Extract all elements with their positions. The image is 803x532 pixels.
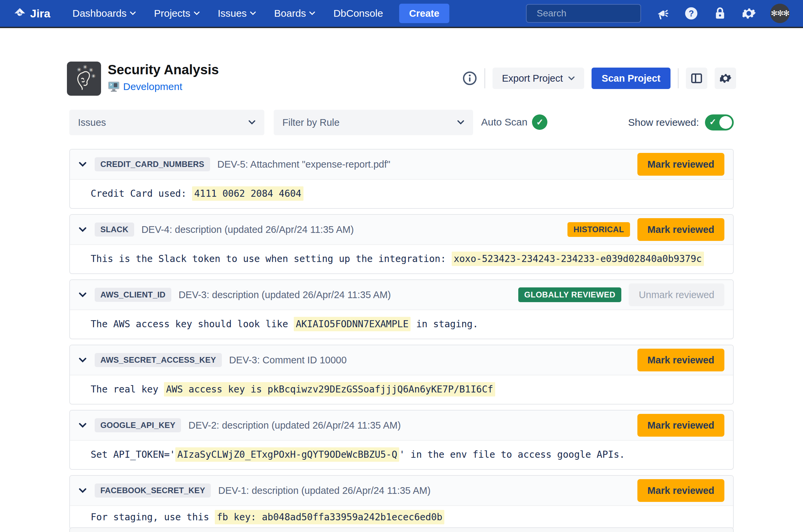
scan-project-button[interactable]: Scan Project [592,68,670,89]
mark-reviewed-button[interactable]: Mark reviewed [637,153,724,176]
toggle-check-glyph: ✓ [709,117,716,127]
nav-item-label: Issues [218,8,247,19]
collapse-chevron-icon[interactable] [79,227,87,232]
title-block: Security Analysis Development [108,61,219,92]
divider [484,68,485,88]
finding-body: The AWS access key should look like AKIA… [70,310,733,339]
header-actions: Export Project Scan Project [462,68,736,89]
jira-mark-icon [13,7,27,20]
mark-reviewed-button[interactable]: Mark reviewed [637,218,724,241]
finding-body: Credit Card used: 4111 0062 2084 4604 [70,180,733,208]
finding-header[interactable]: AWS_CLIENT_ID DEV-3: description (update… [70,280,733,310]
info-icon [462,71,477,86]
nav-item-dashboards[interactable]: Dashboards [73,8,136,19]
project-link[interactable]: Development [123,81,183,92]
mark-reviewed-button[interactable]: Mark reviewed [637,479,724,502]
svg-text:?: ? [689,9,694,18]
global-search[interactable] [526,4,641,23]
chevron-down-icon [130,12,136,15]
rule-tag: GOOGLE_API_KEY [95,418,181,432]
svg-text:✳: ✳ [91,73,96,79]
finding-card: SLACK DEV-4: description (updated 26/Apr… [69,214,734,274]
rule-tag: SLACK [95,223,134,236]
page-title: Security Analysis [108,61,219,78]
filter-row: Issues Filter by Rule Auto Scan ✓ Show r… [69,110,734,135]
secret-highlight: AIzaSyCLWjZ0_ETxgPOxH-gQYT9ODeWcBBZU5-Q [175,448,399,462]
finding-card: AWS_CLIENT_ID DEV-3: description (update… [69,279,734,339]
finding-header[interactable]: CREDIT_CARD_NUMBERS DEV-5: Attachment "e… [70,150,733,180]
finding-header[interactable]: FACEBOOK_SECRET_KEY DEV-1: description (… [70,476,733,506]
mark-reviewed-button[interactable]: Mark reviewed [637,414,724,437]
nav-item-label: Projects [154,8,190,19]
unmark-reviewed-button[interactable]: Unmark reviewed [629,283,724,306]
finding-title: DEV-4: description (updated 26/Apr/24 11… [141,224,354,235]
rule-select-placeholder: Filter by Rule [282,117,340,128]
page-header: ✳ ✳ ✳ ✳ Security Analysis Development [67,61,736,99]
finding-title: DEV-2: description (updated 26/Apr/24 11… [188,420,401,431]
avatar-pattern: ✻✼✻ [771,9,789,18]
page: Jira Dashboards Projects Issues Boards D… [0,0,803,532]
svg-text:✳: ✳ [89,67,93,73]
toggle-knob [719,116,732,129]
nav-item-label: Boards [274,8,306,19]
finding-card: AWS_SECRET_ACCESS_KEY DEV-3: Comment ID … [69,345,734,404]
settings-icon[interactable] [742,6,756,21]
nav-item-issues[interactable]: Issues [218,8,256,19]
chevron-down-icon [457,120,464,125]
jira-logo[interactable]: Jira [13,7,51,20]
layout-panel-button[interactable] [686,68,707,89]
lock-icon[interactable] [713,6,727,21]
gear-icon [719,72,732,84]
finding-header[interactable]: GOOGLE_API_KEY DEV-2: description (updat… [70,411,733,441]
info-button[interactable] [462,71,477,86]
divider [678,68,678,88]
nav-item-projects[interactable]: Projects [154,8,199,19]
finding-header[interactable]: AWS_SECRET_ACCESS_KEY DEV-3: Comment ID … [70,345,733,375]
body-text-pre: This is the Slack token to use when sett… [91,253,452,264]
show-reviewed-toggle[interactable]: ✓ [705,114,734,131]
issues-select[interactable]: Issues [69,110,264,135]
secret-highlight: fb key: ab048ad50ffa33959a242b1ecec6ed0b [215,510,444,524]
export-project-button[interactable]: Export Project [493,68,584,89]
filter-by-rule-select[interactable]: Filter by Rule [274,110,473,135]
collapse-chevron-icon[interactable] [79,292,87,298]
secret-highlight: 4111 0062 2084 4604 [192,186,303,201]
nav-item-dbconsole[interactable]: DbConsole [333,8,383,19]
secret-highlight: AKIAIO5FODNN7EXAMPLE [294,317,410,331]
search-input[interactable] [537,8,657,19]
body-text-pre: The real key [91,384,164,395]
show-reviewed-label: Show reviewed: [628,117,699,128]
project-avatar: ✳ ✳ ✳ ✳ [67,61,101,96]
create-button[interactable]: Create [399,4,450,23]
mark-reviewed-button[interactable]: Mark reviewed [637,349,724,372]
collapse-chevron-icon[interactable] [79,423,87,428]
finding-header[interactable]: SLACK DEV-4: description (updated 26/Apr… [70,215,733,245]
secret-highlight: AWS access key is pkBcqiwzv29DEzGSSoafjj… [164,382,495,397]
export-project-label: Export Project [502,73,563,84]
rule-tag: AWS_SECRET_ACCESS_KEY [95,353,222,367]
collapse-chevron-icon[interactable] [79,162,87,167]
body-text-pre: The AWS access key should look like [91,319,294,329]
nav-right-cluster: ? ✻✼✻ [526,4,790,23]
page-settings-button[interactable] [715,68,736,89]
next-card-partial [69,527,734,532]
rule-tag: CREDIT_CARD_NUMBERS [95,157,210,171]
body-text-post: in staging. [410,319,478,329]
collapse-chevron-icon[interactable] [79,488,87,493]
monitor-emoji-icon [108,81,120,92]
rule-tag: FACEBOOK_SECRET_KEY [95,483,211,497]
collapse-chevron-icon[interactable] [79,358,87,363]
chevron-down-icon [568,76,575,81]
nav-menu: Dashboards Projects Issues Boards DbCons… [73,8,383,19]
user-avatar[interactable]: ✻✼✻ [770,4,790,23]
nav-item-boards[interactable]: Boards [274,8,315,19]
announcements-icon[interactable] [655,6,670,21]
finding-title: DEV-3: description (updated 26/Apr/24 11… [179,289,391,301]
help-icon[interactable]: ? [684,6,699,21]
svg-text:✳: ✳ [83,64,87,70]
project-link-row: Development [108,81,219,92]
rule-tag: AWS_CLIENT_ID [95,288,171,302]
finding-card: GOOGLE_API_KEY DEV-2: description (updat… [69,410,734,470]
auto-scan-check-icon: ✓ [532,114,548,130]
issues-select-value: Issues [78,117,106,128]
